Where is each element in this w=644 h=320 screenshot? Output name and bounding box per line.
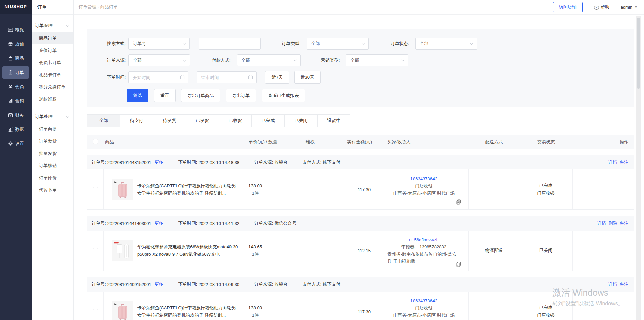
tab-shipped[interactable]: 已发货 bbox=[186, 114, 219, 127]
visit-shop-button[interactable]: 访问店铺 bbox=[553, 2, 583, 12]
tab-refunding[interactable]: 退款中 bbox=[317, 114, 350, 127]
pay-type-label: 支付方式: bbox=[303, 281, 322, 287]
remark-link[interactable]: 备注 bbox=[620, 159, 628, 165]
product-title[interactable]: 华为氮化镓超薄充电器原装66W超级快充mate40 30 p50pro X2 n… bbox=[137, 243, 239, 258]
detail-link[interactable]: 详情 bbox=[608, 281, 617, 287]
product-cell: 卡帝乐鳄鱼(CARTELO)行李箱旅行箱铝框万向轮男女学生拉杆箱密码箱登机箱皮箱… bbox=[104, 292, 239, 320]
start-date-field[interactable] bbox=[133, 75, 180, 80]
main-nav: 概况 店铺 商品 订单 会员 营销 bbox=[0, 14, 32, 150]
tab-to-ship[interactable]: 待发货 bbox=[153, 114, 186, 127]
submenu-item-goods-orders[interactable]: 商品订单 bbox=[32, 32, 73, 44]
export-orders-button[interactable]: 导出订单 bbox=[226, 89, 256, 102]
sidebar-item-label: 财务 bbox=[15, 112, 24, 118]
product-image-luggage[interactable] bbox=[112, 301, 133, 320]
help-link[interactable]: ? 帮助 bbox=[594, 4, 609, 10]
table-header: 商品 单价(元) / 数量 维权 实付金额(元) 买家/收货人 配送方式 交易状… bbox=[87, 135, 634, 149]
remark-link[interactable]: 备注 bbox=[620, 220, 628, 226]
scrollbar-thumb[interactable] bbox=[637, 18, 640, 89]
scrollbar[interactable] bbox=[636, 16, 641, 320]
end-date-field[interactable] bbox=[201, 75, 248, 80]
delete-link[interactable]: 删除 bbox=[608, 220, 617, 226]
last-7-days-button[interactable]: 近7天 bbox=[265, 71, 289, 84]
row-checkbox[interactable] bbox=[93, 309, 98, 314]
detail-link[interactable]: 详情 bbox=[597, 220, 606, 226]
order-source-select[interactable]: 全部 bbox=[128, 54, 190, 66]
submenu-title: 订单 bbox=[32, 0, 73, 15]
submenu-item-order-reviews[interactable]: 订单评价 bbox=[32, 172, 73, 184]
product-title[interactable]: 卡帝乐鳄鱼(CARTELO)行李箱旅行箱铝框万向轮男女学生拉杆箱密码箱登机箱皮箱… bbox=[137, 304, 239, 319]
delivery-cell: 物流配送 bbox=[469, 231, 519, 271]
more-link[interactable]: 更多 bbox=[155, 281, 163, 287]
submenu-item-membercard-orders[interactable]: 会员卡订单 bbox=[32, 57, 73, 69]
remark-link[interactable]: 备注 bbox=[620, 281, 628, 287]
submenu-item-self-pickup[interactable]: 订单自提 bbox=[32, 123, 73, 135]
row-checkbox[interactable] bbox=[93, 187, 98, 192]
sidebar-item-orders[interactable]: 订单 bbox=[2, 66, 29, 79]
product-cell: 华为氮化镓超薄充电器原装66W超级快充mate40 30 p50pro X2 n… bbox=[104, 231, 239, 271]
submenu-item-refund-rights[interactable]: 退款维权 bbox=[32, 93, 73, 105]
sidebar-item-data[interactable]: 数据 bbox=[2, 123, 29, 136]
more-link[interactable]: 更多 bbox=[155, 159, 163, 165]
tab-unpaid[interactable]: 待支付 bbox=[120, 114, 153, 127]
submenu-item-order-writeoff[interactable]: 订单核销 bbox=[32, 160, 73, 172]
tab-all[interactable]: 全部 bbox=[87, 114, 120, 127]
submenu-group-header[interactable]: 订单管理 bbox=[32, 19, 73, 32]
reset-button[interactable]: 重置 bbox=[154, 89, 176, 102]
more-link[interactable]: 更多 bbox=[155, 220, 163, 226]
buyer-link[interactable]: 18634373642 bbox=[410, 297, 438, 304]
product-title[interactable]: 卡帝乐鳄鱼(CARTELO)行李箱旅行箱铝框万向轮男女学生拉杆箱密码箱登机箱皮箱… bbox=[137, 182, 239, 197]
submenu-item-giftcard-orders[interactable]: 礼品卡订单 bbox=[32, 69, 73, 81]
chevron-down-icon: ▼ bbox=[635, 6, 637, 9]
order-status-select[interactable]: 全部 bbox=[415, 38, 477, 50]
user-menu[interactable]: admin ▼ bbox=[621, 5, 637, 10]
product-image-luggage[interactable] bbox=[112, 179, 133, 200]
buyer-link[interactable]: u_56afkmvwzL bbox=[409, 236, 439, 243]
tab-closed[interactable]: 已关闭 bbox=[284, 114, 318, 127]
order-no-label: 订单号: bbox=[92, 281, 106, 287]
data-chart-icon bbox=[8, 127, 13, 132]
bar-chart-icon bbox=[8, 98, 13, 104]
sidebar-item-label: 店铺 bbox=[15, 41, 24, 47]
order-time-label: 下单时间: bbox=[178, 220, 197, 226]
submenu-item-recharge-orders[interactable]: 充值订单 bbox=[32, 44, 73, 57]
export-order-goods-button[interactable]: 导出订单商品 bbox=[181, 89, 220, 102]
select-all-checkbox[interactable] bbox=[93, 139, 98, 144]
submenu-group-header[interactable]: 订单处理 bbox=[32, 110, 73, 123]
submenu-item-proxy-order[interactable]: 代客下单 bbox=[32, 184, 73, 196]
submenu-item-points-orders[interactable]: 积分兑换订单 bbox=[32, 81, 73, 93]
pay-method-select[interactable]: 全部 bbox=[237, 54, 301, 66]
tab-received[interactable]: 已收货 bbox=[219, 114, 252, 127]
row-checkbox[interactable] bbox=[93, 248, 98, 253]
tab-done[interactable]: 已完成 bbox=[251, 114, 285, 127]
last-30-days-button[interactable]: 近30天 bbox=[294, 71, 321, 84]
product-image-charger[interactable] bbox=[112, 240, 133, 261]
search-keyword-input[interactable] bbox=[199, 38, 261, 50]
filter-button[interactable]: 筛选 bbox=[127, 89, 148, 102]
sidebar-item-shop[interactable]: 店铺 bbox=[2, 38, 29, 50]
buyer-link[interactable]: 18634373642 bbox=[410, 175, 438, 182]
sidebar-item-settings[interactable]: 设置 bbox=[2, 138, 29, 150]
copy-icon[interactable] bbox=[456, 199, 461, 205]
sidebar-item-goods[interactable]: 商品 bbox=[2, 52, 29, 64]
detail-link[interactable]: 详情 bbox=[608, 159, 617, 165]
sidebar-item-members[interactable]: 会员 bbox=[2, 81, 29, 93]
submenu-item-order-shipping[interactable]: 订单发货 bbox=[32, 135, 73, 147]
copy-icon[interactable] bbox=[456, 262, 461, 267]
search-type-select[interactable]: 订单号 bbox=[128, 38, 190, 50]
sidebar-item-overview[interactable]: 概况 bbox=[2, 24, 29, 36]
sidebar-item-marketing[interactable]: 营销 bbox=[2, 95, 29, 107]
order-time-label: 下单时间: bbox=[178, 281, 197, 287]
sidebar-item-finance[interactable]: 财务 bbox=[2, 109, 29, 121]
price-qty-cell: 138.00 1件 bbox=[239, 169, 286, 209]
buyer-address: 贵州省-黔南布依族苗族自治州-瓮安县 玉山镇龙蟠 bbox=[387, 251, 460, 265]
submenu-item-batch-shipping[interactable]: 批量发货 bbox=[32, 147, 73, 160]
brand-logo: NIUSHOP bbox=[0, 0, 32, 14]
end-date-input[interactable] bbox=[197, 71, 257, 83]
chevron-down-icon bbox=[293, 58, 297, 61]
order-type-select[interactable]: 全部 bbox=[307, 38, 369, 50]
order-type-label: 订单类型: bbox=[282, 41, 301, 47]
view-reports-button[interactable]: 查看已生成报表 bbox=[262, 89, 305, 102]
delivery-cell bbox=[469, 169, 519, 209]
marketing-type-select[interactable]: 全部 bbox=[346, 54, 408, 66]
start-date-input[interactable] bbox=[128, 71, 188, 83]
